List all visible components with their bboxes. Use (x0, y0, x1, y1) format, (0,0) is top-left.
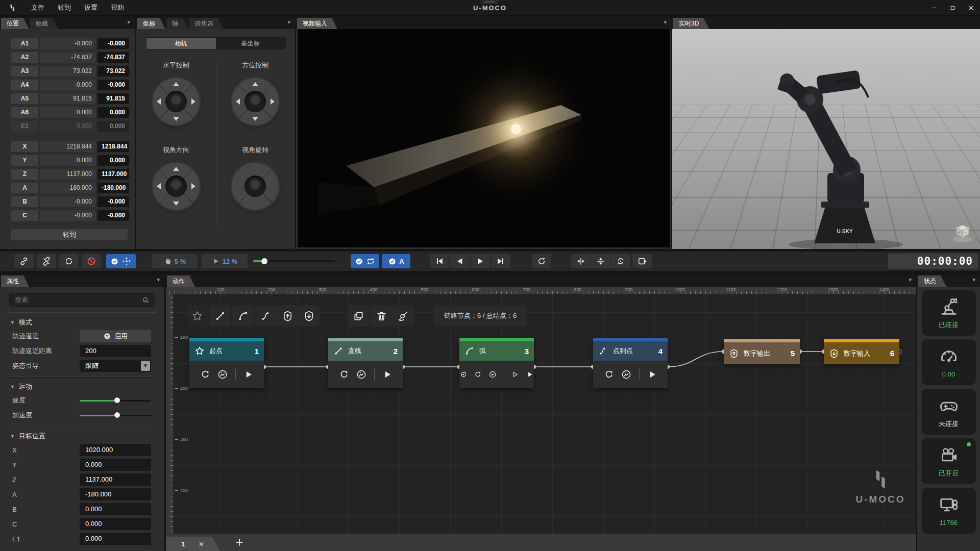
minimize-button[interactable] (925, 0, 943, 15)
page-tab[interactable]: 1 (166, 537, 220, 551)
axis-label-button[interactable]: A4 (11, 80, 38, 90)
cycle-button[interactable] (611, 254, 630, 268)
axis-target-field[interactable]: -0.000 (40, 80, 96, 90)
axis-target-field[interactable]: 0.000 (40, 121, 96, 132)
add-p2p-node-button[interactable] (255, 305, 277, 327)
action-node-6[interactable]: 数字输入6 (824, 339, 899, 364)
action-node-2[interactable]: 直线2 (328, 338, 403, 388)
add-line-node-button[interactable] (209, 305, 231, 327)
chevron-down-icon[interactable]: ▾ (972, 277, 975, 283)
add-arc-node-button[interactable] (232, 305, 254, 327)
axis-target-field[interactable]: -74.837 (40, 52, 96, 63)
action-tab[interactable]: 动作 (167, 276, 195, 287)
node-rotate-icon[interactable] (474, 369, 482, 380)
coord-target-field[interactable]: -180.000 (40, 183, 96, 193)
target-input[interactable]: 1020.000 (80, 444, 151, 456)
coord-label-button[interactable]: X (11, 141, 38, 152)
chevron-down-icon[interactable]: ▾ (157, 277, 160, 283)
pose-select[interactable]: 跟随 ▼ (80, 360, 151, 372)
dpad-control[interactable] (232, 78, 279, 125)
clear-canvas-button[interactable] (392, 305, 413, 327)
align-vertical-button[interactable] (591, 254, 610, 268)
action-node-1[interactable]: 起点1 (189, 338, 264, 388)
link-button[interactable] (14, 254, 34, 268)
dpad-control[interactable] (153, 78, 200, 125)
jog-speed-button[interactable]: 5 % (152, 254, 198, 268)
slider-knob[interactable] (114, 412, 120, 418)
add-frame-button[interactable] (632, 254, 652, 268)
node-cam-icon[interactable] (356, 369, 367, 380)
add-start-node-button[interactable] (186, 305, 208, 327)
target-input[interactable]: 0.000 (80, 503, 151, 515)
speed-slider[interactable] (253, 254, 335, 268)
collapse-triangle-icon[interactable]: ▼ (10, 384, 15, 389)
position-tab[interactable]: 位置 (1, 18, 29, 29)
add-input-node-button[interactable] (298, 305, 320, 327)
loop-enabled-toggle[interactable] (351, 254, 379, 268)
step-back-button[interactable] (450, 254, 470, 268)
target-input[interactable]: 1137.000 (80, 473, 151, 486)
axis-label-button[interactable]: A1 (11, 38, 38, 49)
coord-target-field[interactable]: -0.000 (40, 196, 96, 207)
action-node-3[interactable]: 弧3 (459, 338, 534, 388)
dpad-up-arrow-icon[interactable] (173, 82, 179, 86)
coord-target-field[interactable]: -0.000 (40, 210, 96, 221)
follow-mode-toggle[interactable] (106, 254, 136, 268)
coord-label-button[interactable]: A (11, 183, 38, 193)
node-play-solid-icon[interactable] (526, 369, 534, 380)
section-motion[interactable]: ▼ 运动 (10, 382, 164, 391)
node-header[interactable]: 直线2 (328, 341, 403, 361)
search-input[interactable]: 搜索 (9, 293, 155, 307)
node-header[interactable]: 数字输入6 (824, 342, 899, 364)
segment-button[interactable]: 基坐标 (216, 38, 285, 49)
align-horizontal-button[interactable] (571, 254, 591, 268)
node-header[interactable]: 点到点4 (593, 341, 668, 361)
play-button[interactable] (471, 254, 490, 268)
view-cube-gizmo[interactable]: F L (950, 221, 975, 244)
action-node-5[interactable]: 数字输出5 (724, 339, 800, 364)
stop-prohibit-button[interactable] (82, 254, 101, 268)
sync-button[interactable] (59, 254, 79, 268)
dpad-left-arrow-icon[interactable] (236, 98, 240, 105)
dpad-control[interactable] (153, 163, 200, 210)
properties-tab[interactable]: 属性 (1, 276, 29, 287)
node-header[interactable]: 起点1 (189, 341, 264, 361)
dpad-center-button[interactable] (244, 176, 266, 197)
close-tab-icon[interactable] (198, 541, 205, 547)
add-output-node-button[interactable] (277, 305, 298, 327)
coord-label-button[interactable]: B (11, 196, 38, 207)
coord-target-field[interactable]: 1218.844 (40, 141, 96, 152)
status-card[interactable]: 已开启 (922, 438, 976, 484)
dpad-center-button[interactable] (165, 176, 187, 197)
node-cam-icon[interactable] (217, 369, 228, 380)
close-button[interactable] (962, 0, 980, 15)
action-node-4[interactable]: 点到点4 (593, 338, 668, 388)
dpad-right-arrow-icon[interactable] (191, 183, 195, 189)
menu-item[interactable]: 转到 (51, 0, 78, 15)
node-cam-icon[interactable] (621, 369, 632, 380)
node-header[interactable]: 数字输出5 (724, 342, 800, 364)
duplicate-node-button[interactable] (348, 305, 369, 327)
control-tab[interactable]: 轴 (166, 18, 188, 29)
dpad-up-arrow-icon[interactable] (173, 167, 179, 171)
section-mode[interactable]: ▼ 模式 (10, 318, 164, 327)
dpad-center-button[interactable] (165, 91, 187, 112)
add-page-button[interactable] (234, 537, 244, 549)
axis-target-field[interactable]: 73.022 (40, 66, 96, 77)
dpad-up-arrow-icon[interactable] (252, 82, 258, 86)
collapse-triangle-icon[interactable]: ▼ (10, 320, 15, 325)
drag-grip[interactable] (481, 0, 499, 4)
position-tab[interactable]: 收藏 (30, 18, 58, 29)
goto-button[interactable]: 转到 (11, 229, 128, 240)
auto-mode-toggle[interactable]: A (382, 254, 410, 268)
status-card[interactable]: 未连接 (922, 389, 976, 435)
axis-label-button[interactable]: E1 (11, 121, 38, 132)
collapse-triangle-icon[interactable]: ▼ (10, 434, 15, 439)
accel-slider[interactable] (80, 410, 151, 420)
axis-target-field[interactable]: 91.815 (40, 93, 96, 104)
coord-target-field[interactable]: 1137.000 (40, 169, 96, 180)
status-tab[interactable]: 状态 (918, 276, 946, 287)
status-card[interactable]: 已连接 (922, 290, 976, 336)
unlink-button[interactable] (37, 254, 56, 268)
node-play-outline-icon[interactable] (511, 369, 519, 380)
